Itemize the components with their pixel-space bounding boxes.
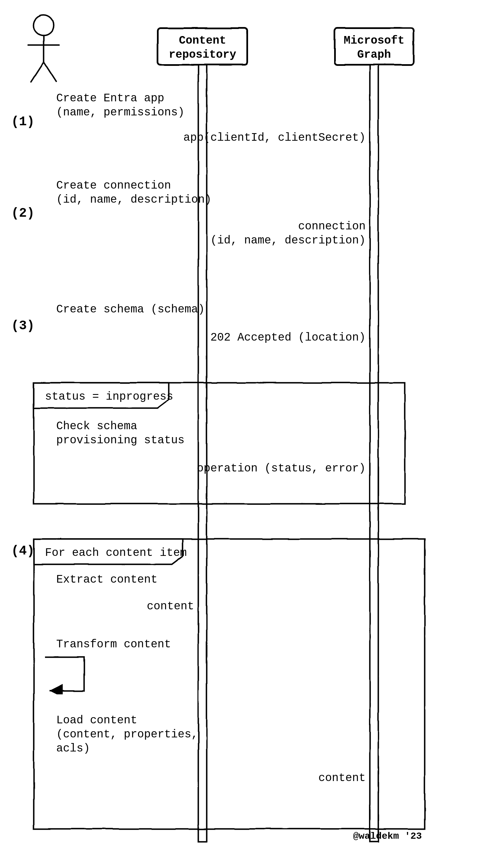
content-repo-header: Content repository xyxy=(158,28,247,65)
svg-point-0 xyxy=(33,15,54,35)
msg-conn-resp-2: (id, name, description) xyxy=(210,234,366,247)
msg-extract-resp: content xyxy=(147,600,194,613)
sequence-diagram: Content repository Microsoft Graph (1) C… xyxy=(0,0,477,868)
msg-app-response: app(clientId, clientSecret) xyxy=(183,131,366,144)
msg-extract: Extract content xyxy=(56,573,158,586)
step-2-label: (2) xyxy=(11,206,35,221)
msg-create-entra-1: Create Entra app xyxy=(56,92,164,105)
content-repo-label-1: Content xyxy=(179,34,226,47)
actor xyxy=(28,15,59,82)
msg-transform: Transform content xyxy=(56,638,171,651)
msg-schema-resp: 202 Accepted (location) xyxy=(210,331,366,344)
ms-graph-activation xyxy=(370,65,378,841)
step-4-label: (4) xyxy=(11,544,35,558)
loop1-title: status = inprogress xyxy=(45,391,173,403)
self-message-transform xyxy=(45,657,84,691)
svg-line-3 xyxy=(31,62,44,82)
content-repo-label-2: repository xyxy=(169,49,236,61)
msg-conn-resp-1: connection xyxy=(298,220,366,233)
msg-check-schema-1: Check schema xyxy=(56,420,137,433)
ms-graph-header: Microsoft Graph xyxy=(335,28,413,65)
credit: @waldekm '23 xyxy=(353,831,422,841)
msg-create-conn-1: Create connection xyxy=(56,179,171,192)
msg-load-3: acls) xyxy=(56,742,90,755)
msg-create-conn-2: (id, name, description) xyxy=(56,193,211,206)
step-3-label: (3) xyxy=(11,319,35,333)
msg-load-2: (content, properties, xyxy=(56,728,198,741)
msg-load-1: Load content xyxy=(56,714,137,727)
msg-operation-resp: operation (status, error) xyxy=(197,462,366,475)
msg-create-entra-2: (name, permissions) xyxy=(56,106,184,119)
loop2-title: For each content item xyxy=(45,547,187,559)
ms-graph-label-1: Microsoft xyxy=(344,34,404,47)
msg-load-resp: content xyxy=(318,772,366,784)
msg-check-schema-2: provisioning status xyxy=(56,434,184,447)
msg-create-schema: Create schema (schema) xyxy=(56,303,205,316)
svg-line-4 xyxy=(44,62,56,82)
step-1-label: (1) xyxy=(11,115,35,129)
ms-graph-label-2: Graph xyxy=(357,49,391,61)
